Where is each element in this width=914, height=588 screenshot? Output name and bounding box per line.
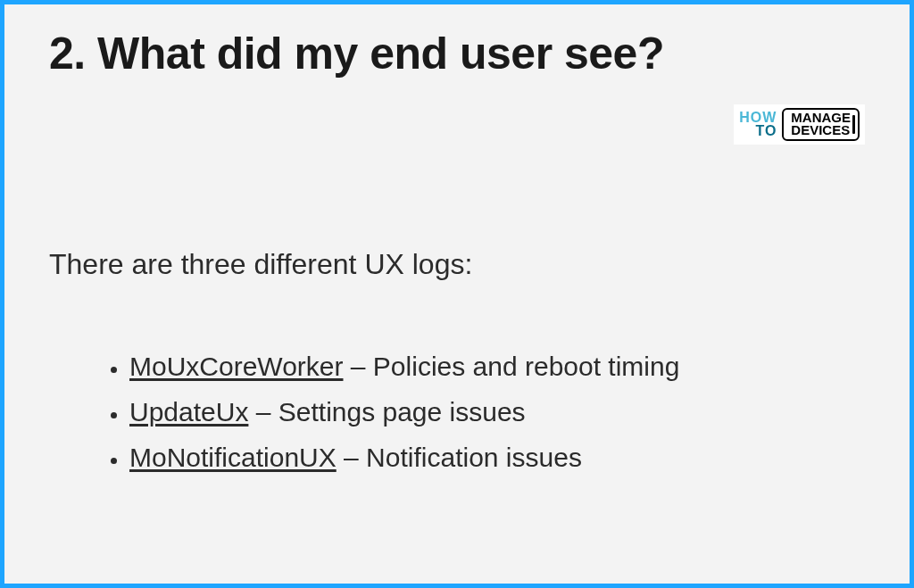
slide-frame: 2. What did my end user see? HOW TO MANA…	[0, 0, 914, 588]
bullet-list: MoUxCoreWorker – Policies and reboot tim…	[49, 344, 865, 480]
logo-text-how: HOW	[739, 111, 777, 124]
log-name: UpdateUx	[129, 397, 248, 427]
logo-left: HOW TO	[739, 111, 777, 137]
log-name: MoNotificationUX	[129, 443, 337, 472]
log-desc: – Policies and reboot timing	[344, 352, 680, 381]
log-desc: – Settings page issues	[248, 397, 525, 427]
intro-text: There are three different UX logs:	[49, 248, 865, 281]
list-item: MoUxCoreWorker – Policies and reboot tim…	[129, 344, 865, 389]
slide-title: 2. What did my end user see?	[49, 29, 865, 79]
log-desc: – Notification issues	[337, 443, 582, 472]
logo-accent-bar	[852, 115, 855, 134]
logo-right: MANAGE DEVICES	[782, 108, 860, 141]
list-item: UpdateUx – Settings page issues	[129, 389, 865, 435]
logo-text-devices: DEVICES	[791, 124, 851, 137]
log-name: MoUxCoreWorker	[129, 352, 344, 381]
logo-text-to: TO	[739, 124, 777, 137]
list-item: MoNotificationUX – Notification issues	[129, 435, 865, 480]
brand-logo: HOW TO MANAGE DEVICES	[734, 104, 865, 145]
